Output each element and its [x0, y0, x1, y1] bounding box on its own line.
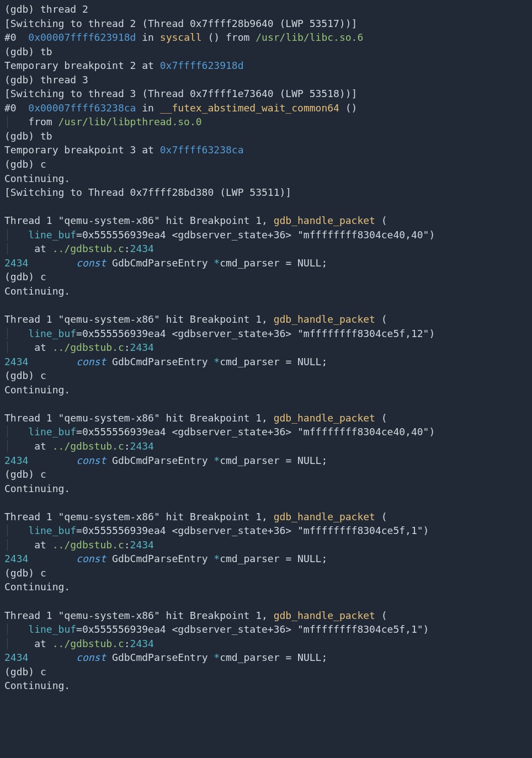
- type: GdbCmdParseEntry: [112, 257, 214, 269]
- hit-lead: Thread 1 "qemu-system-x86" hit Breakpoin…: [4, 215, 274, 226]
- gdb-prompt: (gdb): [4, 567, 40, 579]
- rest: cmd_parser = NULL;: [220, 553, 327, 564]
- kw-const: const: [76, 455, 106, 466]
- strval: "mffffffff8304ce5f,1": [297, 525, 423, 536]
- close-paren: ): [423, 623, 429, 635]
- strval: "mffffffff8304ce5f,1": [297, 623, 423, 635]
- close-paren: ): [429, 426, 435, 437]
- type: GdbCmdParseEntry: [112, 455, 214, 466]
- colon: :: [124, 440, 130, 452]
- indent-guide: │: [4, 525, 10, 536]
- gdb-cmd: thread 3: [40, 74, 88, 86]
- hit-lead: Thread 1 "qemu-system-x86" hit Breakpoin…: [4, 511, 274, 522]
- gdb-prompt: (gdb): [4, 158, 40, 170]
- indent-guide: │: [4, 426, 10, 437]
- gdb-prompt: (gdb): [4, 3, 40, 15]
- gdb-prompt: (gdb): [4, 468, 40, 480]
- continuing: Continuing.: [4, 581, 70, 592]
- gdb-prompt: (gdb): [4, 370, 40, 381]
- addr: 0x00007ffff63238ca: [28, 102, 136, 114]
- rest: cmd_parser = NULL;: [220, 257, 327, 269]
- star: *: [214, 455, 220, 466]
- switch-msg: [Switching to thread 2 (Thread 0x7ffff28…: [4, 18, 357, 29]
- at: at: [10, 440, 52, 452]
- tbp-msg: Temporary breakpoint 3 at: [4, 144, 160, 156]
- path: ../gdbstub.c: [52, 440, 124, 452]
- lineno: 2434: [130, 341, 154, 353]
- gdb-cmd: tb: [40, 46, 52, 57]
- tbp-msg: Temporary breakpoint 2 at: [4, 60, 160, 71]
- sp: [106, 553, 112, 564]
- path: ../gdbstub.c: [52, 243, 124, 254]
- gdb-cmd: thread 2: [40, 3, 88, 15]
- path: /usr/lib/libpthread.so.0: [58, 116, 202, 127]
- kw-const: const: [76, 553, 106, 564]
- at: at: [10, 243, 52, 254]
- after-fn: (): [339, 102, 358, 114]
- indent-guide: │: [4, 243, 10, 254]
- gdb-prompt: (gdb): [4, 271, 40, 282]
- strval: "mffffffff8304ce5f,12": [297, 328, 429, 339]
- sp: [106, 455, 112, 466]
- sp: [106, 652, 112, 663]
- indent-guide: │: [4, 229, 10, 241]
- path: /usr/lib/libc.so.6: [256, 31, 363, 43]
- star: *: [214, 356, 220, 367]
- gdb-cmd: c: [40, 158, 46, 170]
- pad: [28, 455, 76, 466]
- switch-msg: [Switching to Thread 0x7ffff28bd380 (LWP…: [4, 186, 291, 198]
- param: line_buf: [28, 328, 76, 339]
- at: at: [10, 539, 52, 551]
- fn-name: gdb_handle_packet: [274, 511, 375, 522]
- src-lineno: 2434: [4, 652, 28, 663]
- fn-name: gdb_handle_packet: [274, 313, 375, 325]
- gdb-prompt: (gdb): [4, 74, 40, 86]
- src-lineno: 2434: [4, 356, 28, 367]
- kw-in: in: [136, 102, 159, 114]
- param: line_buf: [28, 525, 76, 536]
- gdb-prompt: (gdb): [4, 666, 40, 677]
- kw-in: in: [136, 31, 159, 43]
- from: from: [10, 116, 58, 127]
- indent-guide: │: [4, 539, 10, 551]
- strval: "mffffffff8304ce40,40": [297, 229, 429, 241]
- continuing: Continuing.: [4, 285, 70, 297]
- star: *: [214, 652, 220, 663]
- sp: [106, 356, 112, 367]
- star: *: [214, 257, 220, 269]
- continuing: Continuing.: [4, 384, 70, 396]
- hit-lead: Thread 1 "qemu-system-x86" hit Breakpoin…: [4, 313, 274, 325]
- type: GdbCmdParseEntry: [112, 652, 214, 663]
- colon: :: [124, 539, 130, 551]
- sp: [106, 257, 112, 269]
- lineno: 2434: [130, 440, 154, 452]
- gdb-cmd: c: [40, 370, 46, 381]
- param: line_buf: [28, 229, 76, 241]
- pad: [28, 553, 76, 564]
- at: at: [10, 638, 52, 649]
- gdb-cmd: c: [40, 666, 46, 677]
- open-paren: (: [375, 412, 387, 424]
- src-lineno: 2434: [4, 553, 28, 564]
- kw-const: const: [76, 652, 106, 663]
- open-paren: (: [375, 511, 387, 522]
- gdb-cmd: c: [40, 271, 46, 282]
- fn-name: gdb_handle_packet: [274, 412, 375, 424]
- eq: =0x555556939ea4 <gdbserver_state+36>: [76, 426, 297, 437]
- fn-name: __futex_abstimed_wait_common64: [160, 102, 339, 114]
- eq: =0x555556939ea4 <gdbserver_state+36>: [76, 623, 297, 635]
- close-paren: ): [423, 525, 429, 536]
- src-lineno: 2434: [4, 257, 28, 269]
- indent-guide: │: [4, 638, 10, 649]
- indent-guide: │: [4, 116, 10, 127]
- colon: :: [124, 341, 130, 353]
- indent-guide: │: [4, 328, 10, 339]
- kw-const: const: [76, 257, 106, 269]
- addr: 0x00007ffff623918d: [28, 31, 136, 43]
- pad: [28, 257, 76, 269]
- colon: :: [124, 638, 130, 649]
- star: *: [214, 553, 220, 564]
- rest: cmd_parser = NULL;: [220, 356, 327, 367]
- continuing: Continuing.: [4, 680, 70, 691]
- colon: :: [124, 243, 130, 254]
